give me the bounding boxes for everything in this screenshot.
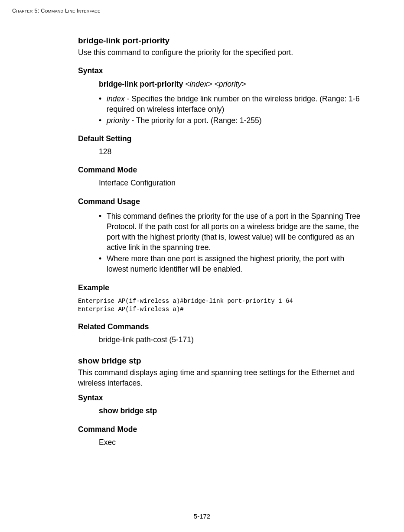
list-item: • Where more than one port is assigned t…: [99, 253, 365, 274]
command-mode-value: Exec: [99, 437, 365, 448]
list-item: • This command defines the priority for …: [99, 211, 365, 253]
syntax-heading: Syntax: [78, 65, 365, 76]
syntax-command: show bridge stp: [99, 406, 157, 415]
list-item: • index - Specifies the bridge link numb…: [99, 94, 365, 114]
bullet-icon: •: [99, 211, 107, 221]
chapter-header: Chapter 5: Command Line Interface: [0, 0, 404, 14]
usage-list: • This command defines the priority for …: [99, 211, 365, 275]
related-command-link: bridge-link path-cost (5-171): [99, 334, 365, 345]
parameter-list: • index - Specifies the bridge link numb…: [99, 94, 365, 126]
syntax-arg-index: <index>: [185, 80, 212, 88]
usage-item-text: Where more than one port is assigned the…: [107, 253, 365, 274]
parameter-name: priority: [107, 116, 130, 125]
bullet-icon: •: [99, 94, 107, 104]
example-code-block: Enterprise AP(if-wireless a)#bridge-link…: [78, 297, 365, 314]
command-title-show-bridge-stp: show bridge stp: [78, 355, 365, 367]
parameter-description: - The priority for a port. (Range: 1-255…: [130, 116, 262, 125]
syntax-heading: Syntax: [78, 393, 365, 403]
list-item: • priority - The priority for a port. (R…: [99, 115, 365, 126]
page-number: 5-172: [0, 513, 404, 520]
parameter-description: - Specifies the bridge link number on th…: [107, 94, 360, 114]
parameter-priority: priority - The priority for a port. (Ran…: [107, 115, 365, 126]
parameter-index: index - Specifies the bridge link number…: [107, 94, 365, 114]
default-setting-heading: Default Setting: [78, 133, 365, 144]
command-mode-heading: Command Mode: [78, 165, 365, 175]
command-usage-heading: Command Usage: [78, 196, 365, 207]
command-title-bridge-link-port-priority: bridge-link port-priority: [78, 35, 365, 46]
page-content: bridge-link port-priority Use this comma…: [0, 14, 404, 448]
syntax-line: bridge-link port-priority <index> <prior…: [99, 79, 365, 89]
syntax-arg-priority: <priority>: [214, 80, 246, 88]
related-commands-heading: Related Commands: [78, 321, 365, 332]
bullet-icon: •: [99, 253, 107, 264]
syntax-line: show bridge stp: [99, 405, 365, 416]
syntax-command: bridge-link port-priority: [99, 80, 183, 88]
command-mode-heading: Command Mode: [78, 424, 365, 435]
command-description: Use this command to configure the priori…: [78, 47, 365, 58]
bullet-icon: •: [99, 115, 107, 126]
example-heading: Example: [78, 282, 365, 293]
parameter-name: index: [107, 94, 125, 103]
usage-item-text: This command defines the priority for th…: [107, 211, 365, 253]
command-mode-value: Interface Configuration: [99, 178, 365, 188]
command-description: This command displays aging time and spa…: [78, 367, 365, 388]
default-setting-value: 128: [99, 146, 365, 157]
